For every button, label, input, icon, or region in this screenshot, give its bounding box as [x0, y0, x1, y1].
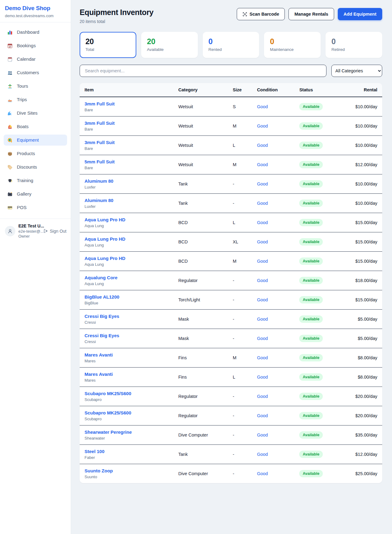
condition-link[interactable]: Good: [257, 355, 268, 360]
item-name-link[interactable]: Aluminum 80: [85, 178, 168, 184]
sidebar-item-boats[interactable]: Boats: [4, 121, 67, 132]
condition-link[interactable]: Good: [257, 394, 268, 399]
item-name-link[interactable]: Shearwater Peregrine: [85, 429, 168, 435]
item-category: Wetsuit: [173, 97, 228, 116]
item-name-link[interactable]: Suunto Zoop: [85, 468, 168, 473]
equipment-table-card: ItemCategorySizeConditionStatusRental 3m…: [80, 83, 382, 483]
item-name-link[interactable]: 3mm Full Suit: [85, 140, 168, 145]
condition-link[interactable]: Good: [257, 124, 268, 128]
table-row[interactable]: Cressi Big Eyes Cressi Mask - Good Avail…: [80, 329, 382, 348]
item-name-link[interactable]: Scubapro MK25/S600: [85, 410, 168, 415]
condition-link[interactable]: Good: [257, 433, 268, 437]
sidebar-item-trips[interactable]: Trips: [4, 94, 67, 105]
item-name-link[interactable]: Aqua Lung Pro HD: [85, 217, 168, 222]
table-row[interactable]: Aqua Lung Pro HD Aqua Lung BCD L Good Av…: [80, 213, 382, 232]
item-size: L: [228, 213, 252, 232]
sidebar-item-pos[interactable]: POS: [4, 202, 67, 213]
item-name-link[interactable]: Aluminum 80: [85, 198, 168, 203]
item-name-link[interactable]: Scubapro MK25/S600: [85, 391, 168, 396]
table-row[interactable]: Aluminum 80 Luxfer Tank - Good Available…: [80, 174, 382, 194]
item-size: -: [228, 464, 252, 483]
condition-link[interactable]: Good: [257, 375, 268, 380]
condition-link[interactable]: Good: [257, 181, 268, 186]
sidebar-item-dive-sites[interactable]: Dive Sites: [4, 108, 67, 119]
item-name-link[interactable]: 5mm Full Suit: [85, 159, 168, 164]
table-row[interactable]: 3mm Full Suit Bare Wetsuit L Good Availa…: [80, 136, 382, 155]
condition-link[interactable]: Good: [257, 162, 268, 167]
condition-link[interactable]: Good: [257, 220, 268, 225]
sidebar-item-equipment[interactable]: Equipment: [4, 135, 67, 146]
sidebar-item-bookings[interactable]: 17 Bookings: [4, 40, 67, 51]
condition-link[interactable]: Good: [257, 278, 268, 283]
table-row[interactable]: 3mm Full Suit Bare Wetsuit S Good Availa…: [80, 97, 382, 116]
condition-link[interactable]: Good: [257, 201, 268, 206]
table-row[interactable]: Steel 100 Faber Tank - Good Available $1…: [80, 445, 382, 464]
stat-card-total[interactable]: 20 Total: [80, 32, 136, 58]
table-row[interactable]: Shearwater Peregrine Shearwater Dive Com…: [80, 425, 382, 445]
stat-card-available[interactable]: 20 Available: [141, 32, 198, 58]
table-row[interactable]: BigBlue AL1200 BigBlue Torch/Light - Goo…: [80, 290, 382, 310]
item-name-link[interactable]: Cressi Big Eyes: [85, 314, 168, 319]
item-name-link[interactable]: Steel 100: [85, 449, 168, 454]
brand-title[interactable]: Demo Dive Shop: [5, 5, 65, 12]
sidebar-item-calendar[interactable]: Calendar: [4, 54, 67, 65]
condition-link[interactable]: Good: [257, 239, 268, 244]
sidebar-item-gallery[interactable]: Gallery: [4, 189, 67, 200]
table-row[interactable]: Aqua Lung Pro HD Aqua Lung BCD M Good Av…: [80, 252, 382, 271]
condition-link[interactable]: Good: [257, 471, 268, 476]
item-category: Regulator: [173, 387, 228, 406]
condition-link[interactable]: Good: [257, 413, 268, 418]
table-row[interactable]: Suunto Zoop Suunto Dive Computer - Good …: [80, 464, 382, 483]
table-row[interactable]: Mares Avanti Mares Fins M Good Available…: [80, 348, 382, 368]
item-name-link[interactable]: Aqualung Core: [85, 275, 168, 280]
item-name-link[interactable]: Aqua Lung Pro HD: [85, 256, 168, 261]
stat-card-rented[interactable]: 0 Rented: [203, 32, 259, 58]
sidebar-item-training[interactable]: Training: [4, 175, 67, 186]
table-row[interactable]: Aqua Lung Pro HD Aqua Lung BCD XL Good A…: [80, 232, 382, 252]
table-row[interactable]: Mares Avanti Mares Fins L Good Available…: [80, 368, 382, 387]
item-name-link[interactable]: 3mm Full Suit: [85, 120, 168, 126]
search-input[interactable]: [80, 65, 326, 77]
category-filter-select[interactable]: All Categories: [331, 65, 382, 77]
manage-rentals-button[interactable]: Manage Rentals: [288, 8, 334, 20]
stat-card-maintenance[interactable]: 0 Maintenance: [264, 32, 321, 58]
brand-block: Demo Dive Shop demo.test.divestreams.com: [0, 0, 71, 22]
condition-link[interactable]: Good: [257, 317, 268, 322]
item-name-link[interactable]: Mares Avanti: [85, 352, 168, 357]
add-equipment-button[interactable]: Add Equipment: [338, 8, 382, 20]
item-brand: Scubapro: [85, 417, 168, 421]
scan-barcode-button[interactable]: Scan Barcode: [237, 8, 285, 20]
condition-link[interactable]: Good: [257, 259, 268, 264]
item-category: Tank: [173, 174, 228, 194]
table-row[interactable]: Cressi Big Eyes Cressi Mask - Good Avail…: [80, 310, 382, 329]
table-row[interactable]: 3mm Full Suit Bare Wetsuit M Good Availa…: [80, 116, 382, 136]
bookings-icon: 17: [7, 43, 13, 48]
condition-link[interactable]: Good: [257, 452, 268, 457]
rental-price: $10.00/day: [340, 97, 382, 116]
condition-link[interactable]: Good: [257, 104, 268, 109]
sidebar-item-customers[interactable]: Customers: [4, 67, 67, 78]
item-name-link[interactable]: Aqua Lung Pro HD: [85, 236, 168, 242]
gallery-icon: [7, 192, 13, 197]
condition-link[interactable]: Good: [257, 336, 268, 341]
item-name-link[interactable]: Mares Avanti: [85, 372, 168, 377]
item-name-link[interactable]: BigBlue AL1200: [85, 294, 168, 299]
rental-price: $15.00/day: [340, 232, 382, 252]
table-row[interactable]: 5mm Full Suit Bare Wetsuit M Good Availa…: [80, 155, 382, 174]
table-row[interactable]: Aluminum 80 Luxfer Tank - Good Available…: [80, 194, 382, 213]
condition-link[interactable]: Good: [257, 143, 268, 148]
item-name-link[interactable]: 3mm Full Suit: [85, 101, 168, 106]
table-row[interactable]: Scubapro MK25/S600 Scubapro Regulator - …: [80, 406, 382, 425]
item-name-link[interactable]: Cressi Big Eyes: [85, 333, 168, 338]
sidebar-item-dashboard[interactable]: Dashboard: [4, 27, 67, 38]
sidebar-item-products[interactable]: Products: [4, 148, 67, 159]
sidebar-item-tours[interactable]: Tours: [4, 81, 67, 92]
column-header-condition: Condition: [252, 83, 294, 97]
sidebar-item-discounts[interactable]: Discounts: [4, 162, 67, 173]
table-row[interactable]: Scubapro MK25/S600 Scubapro Regulator - …: [80, 387, 382, 406]
sign-out-button[interactable]: Sign Out: [43, 228, 67, 234]
stat-card-retired[interactable]: 0 Retired: [326, 32, 382, 58]
condition-link[interactable]: Good: [257, 297, 268, 302]
table-row[interactable]: Aqualung Core Aqua Lung Regulator - Good…: [80, 271, 382, 290]
item-category: Fins: [173, 368, 228, 387]
